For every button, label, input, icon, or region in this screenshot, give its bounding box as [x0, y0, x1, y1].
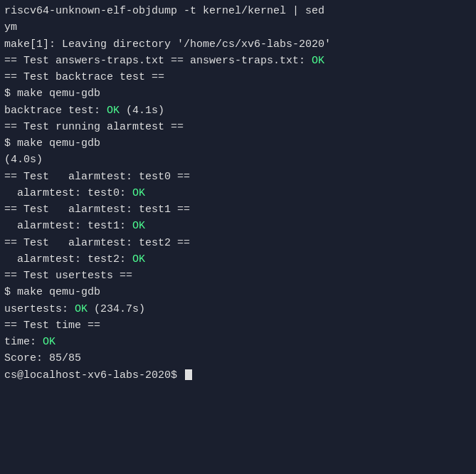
line-12-ok: OK [132, 187, 145, 199]
line-16-ok: OK [132, 253, 145, 265]
line-2-text: ym [4, 21, 17, 33]
line-4-ok: OK [312, 55, 324, 67]
line-22: Score: 85/85 [4, 350, 472, 367]
line-5: == Test backtrace test == [4, 69, 472, 85]
line-11: == Test alarmtest: test0 == [4, 169, 472, 185]
line-1-text: riscv64-unknown-elf-objdump -t kernel/ke… [4, 5, 324, 17]
line-19-pre: usertests: [4, 303, 75, 315]
line-3-text: make[1]: Leaving directory '/home/cs/xv6… [4, 38, 331, 51]
line-15-text: == Test alarmtest: test2 == [4, 237, 190, 249]
line-12-pre: alarmtest: test0: [4, 187, 132, 199]
line-14-ok: OK [132, 220, 145, 232]
line-8: == Test running alarmtest == [4, 119, 472, 135]
line-20-text: == Test time == [4, 320, 100, 332]
line-10: (4.0s) [4, 152, 472, 168]
line-14-pre: alarmtest: test1: [4, 220, 132, 232]
line-16-pre: alarmtest: test2: [4, 253, 132, 265]
line-7: backtrace test: OK (4.1s) [4, 102, 472, 119]
line-20: == Test time == [4, 317, 472, 334]
line-4: == Test answers-traps.txt == answers-tra… [4, 53, 472, 69]
line-22-text: Score: 85/85 [4, 352, 81, 364]
line-5-text: == Test backtrace test == [4, 71, 164, 83]
line-17: == Test usertests == [4, 268, 472, 284]
line-19: usertests: OK (234.7s) [4, 301, 472, 317]
line-2: ym [4, 19, 472, 36]
line-10-text: (4.0s) [4, 154, 43, 166]
line-15: == Test alarmtest: test2 == [4, 235, 472, 251]
prompt-text: cs@localhost-xv6-labs-2020$ [4, 369, 184, 381]
line-21-ok: OK [43, 336, 55, 348]
line-19-ok: OK [75, 303, 88, 315]
line-11-text: == Test alarmtest: test0 == [4, 171, 190, 183]
line-1: riscv64-unknown-elf-objdump -t kernel/ke… [4, 3, 472, 19]
line-9: $ make qemu-gdb [4, 135, 472, 152]
line-16: alarmtest: test2: OK [4, 251, 472, 268]
line-21: time: OK [4, 334, 472, 350]
line-7-post: (4.1s) [120, 105, 164, 117]
line-12: alarmtest: test0: OK [4, 185, 472, 201]
line-21-pre: time: [4, 336, 43, 348]
line-4-pre: == Test answers-traps.txt == answers-tra… [4, 55, 312, 67]
line-6: $ make qemu-gdb [4, 85, 472, 102]
line-8-text: == Test running alarmtest == [4, 121, 184, 133]
line-19-post: (234.7s) [88, 303, 145, 315]
line-7-pre: backtrace test: [4, 105, 107, 117]
terminal-cursor [185, 369, 192, 380]
line-23: cs@localhost-xv6-labs-2020$ [4, 367, 472, 384]
line-9-text: $ make qemu-gdb [4, 137, 100, 149]
line-18-text: $ make qemu-gdb [4, 286, 100, 298]
line-14: alarmtest: test1: OK [4, 218, 472, 234]
line-6-text: $ make qemu-gdb [4, 88, 100, 100]
terminal-window: riscv64-unknown-elf-objdump -t kernel/ke… [0, 0, 476, 474]
line-18: $ make qemu-gdb [4, 284, 472, 300]
line-13-text: == Test alarmtest: test1 == [4, 204, 190, 216]
line-7-ok: OK [107, 105, 120, 117]
line-13: == Test alarmtest: test1 == [4, 201, 472, 218]
line-3: make[1]: Leaving directory '/home/cs/xv6… [4, 36, 472, 53]
line-17-text: == Test usertests == [4, 270, 132, 282]
